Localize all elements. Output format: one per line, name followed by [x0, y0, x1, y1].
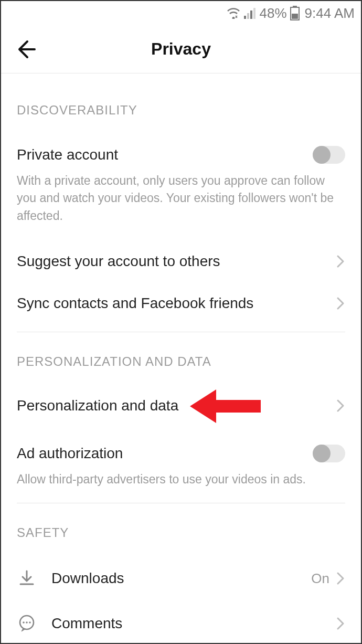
downloads-row[interactable]: Downloads On: [17, 556, 345, 601]
toggle-knob: [313, 445, 331, 462]
download-icon: [17, 568, 37, 588]
back-arrow-icon: [15, 38, 37, 60]
svg-rect-2: [250, 10, 252, 19]
svg-point-9: [26, 622, 28, 624]
chevron-right-icon: [336, 616, 345, 631]
chevron-right-icon: [336, 571, 345, 586]
page-title: Privacy: [1, 39, 361, 59]
ad-authorization-row[interactable]: Ad authorization: [17, 427, 345, 475]
suggest-account-row[interactable]: Suggest your account to others: [17, 235, 345, 282]
svg-rect-0: [244, 16, 246, 19]
downloads-value: On: [311, 571, 329, 587]
chevron-right-icon: [336, 254, 345, 269]
ad-authorization-toggle[interactable]: [313, 445, 345, 462]
private-account-row[interactable]: Private account: [17, 133, 345, 176]
private-account-toggle[interactable]: [313, 146, 345, 164]
comments-row[interactable]: Comments: [17, 601, 345, 644]
sync-contacts-label: Sync contacts and Facebook friends: [17, 295, 253, 312]
svg-rect-3: [253, 8, 255, 19]
svg-point-10: [29, 622, 31, 624]
private-account-label: Private account: [17, 146, 118, 163]
chevron-right-icon: [336, 398, 345, 414]
section-personalization-title: PERSONALIZATION AND DATA: [17, 354, 345, 369]
status-time: 9:44 AM: [305, 5, 355, 22]
personalization-data-label: Personalization and data: [17, 397, 178, 414]
personalization-data-row[interactable]: Personalization and data: [17, 385, 345, 427]
back-button[interactable]: [13, 36, 39, 62]
private-account-desc: With a private account, only users you a…: [17, 172, 345, 225]
status-bar: 48% 9:44 AM: [1, 1, 361, 25]
ad-authorization-desc: Allow third-party advertisers to use you…: [17, 471, 345, 488]
signal-icon: [244, 7, 257, 19]
page-header: Privacy: [1, 25, 361, 73]
sync-contacts-row[interactable]: Sync contacts and Facebook friends: [17, 282, 345, 324]
section-safety-title: SAFETY: [17, 525, 345, 540]
comments-label: Comments: [51, 615, 336, 632]
battery-icon: [290, 6, 300, 20]
divider: [17, 332, 345, 332]
section-discoverability-title: DISCOVERABILITY: [17, 103, 345, 118]
chevron-right-icon: [336, 295, 345, 311]
svg-rect-1: [247, 13, 249, 19]
suggest-account-label: Suggest your account to others: [17, 253, 220, 270]
comments-icon: [17, 614, 37, 634]
wifi-icon: [226, 7, 241, 19]
battery-percent: 48%: [260, 5, 287, 22]
divider: [17, 503, 345, 503]
toggle-knob: [313, 146, 331, 164]
ad-authorization-label: Ad authorization: [17, 445, 123, 462]
svg-rect-6: [292, 14, 298, 19]
downloads-label: Downloads: [51, 570, 311, 587]
svg-point-8: [23, 622, 25, 624]
